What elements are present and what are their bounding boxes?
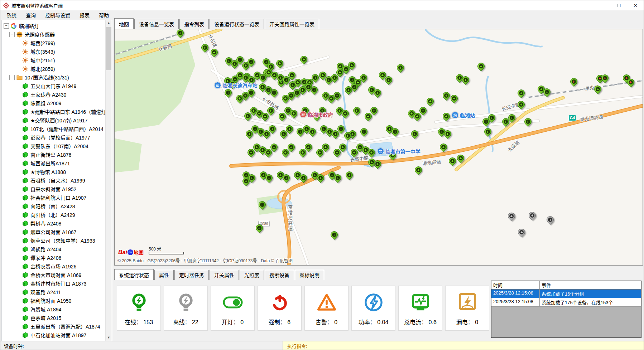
map-pin[interactable]: + [270,144,278,151]
map-pin[interactable]: + [300,174,307,181]
map-pin[interactable]: + [518,101,525,108]
map-pin[interactable]: + [385,76,392,83]
map-tab-3[interactable]: 设备运行状态一览表 [210,19,264,29]
map-pin[interactable]: + [201,44,208,51]
map-pin[interactable]: + [353,107,360,114]
tree-item-device[interactable]: 汽贸城 A1894 [1,305,112,313]
bottom-tab-3[interactable]: 开关属性 [210,270,239,280]
map-pin[interactable]: + [427,98,434,105]
map-canvas[interactable]: Bai du 地图 500 米 © 2025 Baidu - GS(2023)3… [114,29,643,266]
scrollbar-thumb[interactable] [106,27,111,70]
bottom-tab-1[interactable]: 属性 [154,270,174,280]
map-pin[interactable]: + [317,174,324,181]
map-pin[interactable]: + [259,83,266,91]
map-pin[interactable]: + [443,92,450,99]
map-tab-1[interactable]: 设备信息一览表 [134,19,179,29]
map-pin[interactable]: + [348,62,355,69]
map-pin[interactable]: + [331,231,338,238]
tree-item-device[interactable]: 中石化加油站对面 A1897 [1,331,112,339]
tree-item-sensor[interactable]: 城东(3543) [1,47,112,56]
map-pin[interactable]: + [339,144,346,151]
map-tab-4[interactable]: 开关回路属性一览表 [265,19,319,29]
tree-item-device[interactable]: 五尖山大门东 A1949 [1,82,112,90]
bottom-tab-0[interactable]: 系统运行状态 [114,269,154,280]
close-button[interactable]: ✕ [627,0,644,10]
map-pin[interactable]: + [594,86,601,93]
map-pin[interactable]: + [462,76,469,83]
map-pin[interactable]: + [374,89,381,96]
map-pin-offline[interactable]: + [508,213,515,220]
map-pin[interactable]: + [300,56,307,63]
map-pin[interactable]: + [440,144,447,151]
map-pin[interactable]: + [305,144,312,151]
map-pin[interactable]: + [256,224,263,232]
tree-item-device[interactable]: 社会福利院大门口 A1907 [1,193,112,202]
bottom-tab-6[interactable]: 图标说明 [295,270,324,280]
map-pin[interactable]: + [370,107,378,114]
map-pin[interactable]: + [290,110,297,117]
tree-item-device[interactable]: 烟草公司对面 A1867 [1,228,112,236]
map-pin-offline[interactable]: + [518,229,525,236]
bottom-tab-4[interactable]: 光照度 [240,270,264,280]
tree-item-device[interactable]: 自来水斜对面 A1952 [1,185,112,193]
scroll-up-icon[interactable]: ▲ [106,20,112,26]
tree-item-device[interactable]: 烟草公司（求知中学）A1933 [1,236,112,245]
tree-item-device[interactable]: 南正街转盘 A1876 [1,150,112,159]
map-pin[interactable]: + [337,125,345,132]
map-pin[interactable]: + [334,174,341,181]
tree-collapse-icon[interactable]: − [4,23,9,29]
tree-item-sensor[interactable]: 城中(2151) [1,56,112,64]
map-pin[interactable]: + [368,149,375,156]
tree-group-road[interactable]: −107国道沿线(31/31) [1,73,112,82]
map-pin[interactable]: + [444,130,451,137]
tree-item-device[interactable]: ★博物馆 A1888 [1,167,112,176]
bottom-tab-2[interactable]: 定时器任务 [174,270,209,280]
map-pin-alarm[interactable]: + [570,78,577,85]
tree-collapse-icon[interactable]: − [9,75,15,80]
tree-item-device[interactable]: 观音路 A2411 [1,288,112,296]
map-tab-0[interactable]: 地图 [114,18,134,29]
tree-item-device[interactable]: 107北（建新中路路口西）A2014 [1,125,112,133]
map-pin[interactable]: + [477,63,485,70]
map-pin[interactable]: + [283,174,290,181]
map-pin[interactable]: + [322,144,329,151]
map-pin[interactable]: + [451,95,458,102]
tree-item-device[interactable]: 向阳桥（北）A2429 [1,210,112,219]
map-pin-offline[interactable]: + [547,216,554,223]
tree-item-device[interactable]: ★交警队西(107南) A1917 [1,116,112,125]
menu-item-0[interactable]: 系统 [2,11,21,19]
menu-item-1[interactable]: 查询 [21,11,40,19]
tree-item-device[interactable]: 交警队东（107南）A2004 [1,142,112,150]
map-pin[interactable]: + [312,74,319,81]
minimize-button[interactable]: — [594,0,611,10]
map-pin[interactable]: + [419,107,427,114]
map-pin[interactable]: + [265,174,273,181]
map-pin[interactable]: + [368,159,375,166]
map-pin[interactable]: + [322,92,329,99]
tree-item-device[interactable]: 金桥建材市场门口 A1873 [1,279,112,288]
map-pin-offline[interactable]: + [529,212,536,219]
map-pin[interactable]: + [484,128,491,135]
map-pin[interactable]: + [344,132,351,139]
tree-item-device[interactable]: 陈家组 A2009 [1,99,112,107]
map-pin[interactable]: + [411,130,418,137]
event-log-row[interactable]: 2025/3/28 12:15:08系统加载了16个分组 [491,290,641,298]
tree-group-sensors[interactable]: −光照度传感器 [1,30,112,39]
tree-item-device[interactable]: ★建新中路路口东 A1946（辅道灯） [1,107,112,116]
map-pin[interactable]: + [397,64,404,71]
event-log[interactable]: 时间事件2025/3/28 12:15:08系统加载了16个分组2025/3/2… [491,281,641,338]
map-pin[interactable]: + [242,178,250,185]
map-pin-alarm[interactable]: + [601,74,609,82]
map-pin[interactable]: + [345,86,352,93]
map-pin[interactable]: + [269,125,276,132]
map-pin[interactable]: + [288,72,295,79]
map-tab-2[interactable]: 指令列表 [179,19,209,29]
map-pin[interactable]: + [443,113,450,120]
map-pin[interactable]: + [391,128,399,135]
map-pin[interactable]: + [225,89,232,96]
map-pin[interactable]: + [508,114,515,121]
tree-item-device[interactable]: 福利院对面 A1950 [1,296,112,305]
tree-item-device[interactable]: 彭家巷（党校后面）A1977 [1,133,112,142]
map-pin[interactable]: + [518,89,525,97]
tree-item-sensor[interactable]: 城北(2859) [1,64,112,73]
